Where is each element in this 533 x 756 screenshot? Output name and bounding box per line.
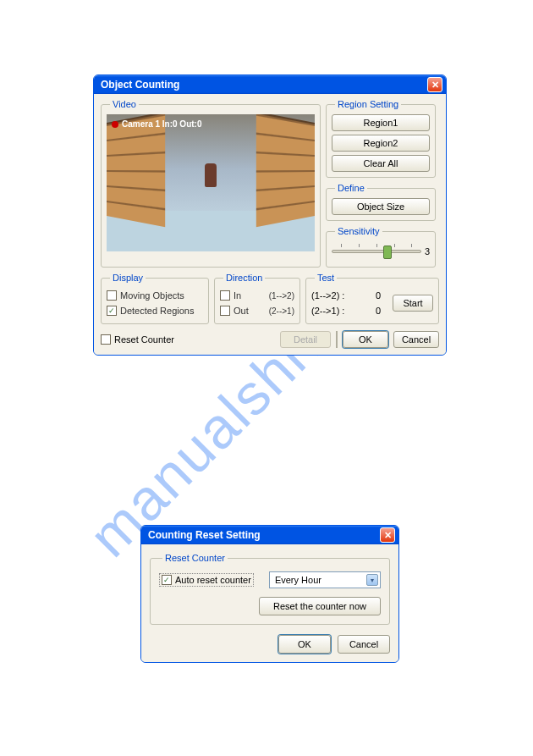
close-icon: ✕ bbox=[431, 80, 439, 91]
reset-counter-legend: Reset Counter bbox=[162, 553, 228, 563]
direction-legend: Direction bbox=[223, 273, 265, 283]
detected-regions-row: ✓ Detected Regions bbox=[107, 303, 203, 318]
detail-button: Detail bbox=[280, 331, 331, 348]
test-group: Test (1-->2) : 0 (2-->1) : 0 Start bbox=[305, 273, 439, 324]
in-checkbox[interactable] bbox=[220, 290, 230, 301]
moving-objects-label: Moving Objects bbox=[120, 290, 184, 301]
dialog-title: Object Counting bbox=[101, 79, 427, 91]
region1-button[interactable]: Region1 bbox=[332, 114, 430, 131]
test-legend: Test bbox=[315, 273, 337, 283]
sensitivity-value: 3 bbox=[425, 246, 430, 257]
reset-inner-row: ✓ Auto reset counter Every Hour ▾ bbox=[159, 571, 381, 588]
cancel-button[interactable]: Cancel bbox=[393, 331, 439, 348]
bottom-row: Display Moving Objects ✓ Detected Region… bbox=[101, 273, 439, 324]
test-row-1: (1-->2) : 0 bbox=[311, 288, 387, 303]
test-2to1-label: (2-->1) : bbox=[311, 306, 365, 316]
detected-regions-checkbox[interactable]: ✓ bbox=[107, 306, 117, 316]
test-2to1-value: 0 bbox=[369, 306, 387, 316]
ok-button[interactable]: OK bbox=[278, 635, 331, 654]
close-icon: ✕ bbox=[384, 530, 392, 541]
dialog2-footer: OK Cancel bbox=[150, 635, 390, 654]
test-row-2: (2-->1) : 0 bbox=[311, 303, 387, 318]
display-legend: Display bbox=[110, 273, 146, 283]
footer-row: Reset Counter Detail OK Cancel bbox=[101, 331, 439, 348]
detected-regions-label: Detected Regions bbox=[120, 306, 194, 316]
sensitivity-group: Sensitivity 3 bbox=[326, 226, 436, 268]
test-1to2-label: (1-->2) : bbox=[311, 290, 365, 301]
video-shelf-left bbox=[107, 114, 165, 227]
video-legend: Video bbox=[110, 99, 139, 109]
direction-group: Direction In (1-->2) Out (2-->1) bbox=[214, 273, 300, 324]
interval-select[interactable]: Every Hour ▾ bbox=[269, 571, 381, 588]
object-counting-dialog: Object Counting ✕ Video Camera 1 In:0 Ou… bbox=[93, 74, 447, 356]
counting-reset-dialog: Counting Reset Setting ✕ Reset Counter ✓… bbox=[140, 525, 399, 663]
define-legend: Define bbox=[335, 183, 367, 193]
object-size-button[interactable]: Object Size bbox=[332, 198, 430, 215]
titlebar[interactable]: Counting Reset Setting ✕ bbox=[141, 526, 398, 544]
moving-objects-checkbox[interactable] bbox=[107, 290, 117, 301]
ok-button[interactable]: OK bbox=[343, 331, 388, 348]
auto-reset-checkbox[interactable]: ✓ bbox=[162, 575, 172, 585]
chevron-down-icon: ▾ bbox=[366, 574, 378, 586]
record-icon bbox=[112, 121, 118, 128]
camera-label: Camera 1 In:0 Out:0 bbox=[122, 119, 201, 129]
clear-all-button[interactable]: Clear All bbox=[332, 155, 430, 172]
close-button[interactable]: ✕ bbox=[380, 527, 395, 543]
video-group: Video Camera 1 In:0 Out:0 bbox=[101, 99, 321, 268]
sensitivity-slider[interactable] bbox=[332, 250, 421, 253]
test-1to2-value: 0 bbox=[369, 290, 387, 301]
reset-counter-checkbox[interactable] bbox=[101, 334, 111, 345]
out-checkbox[interactable] bbox=[220, 306, 230, 316]
in-arrow: (1-->2) bbox=[269, 291, 294, 301]
direction-in-row: In (1-->2) bbox=[220, 288, 294, 303]
titlebar[interactable]: Object Counting ✕ bbox=[94, 75, 446, 94]
reset-counter-label: Reset Counter bbox=[114, 334, 174, 345]
region-legend: Region Setting bbox=[335, 99, 401, 109]
moving-objects-row: Moving Objects bbox=[107, 288, 203, 303]
dialog-body: Reset Counter ✓ Auto reset counter Every… bbox=[141, 544, 398, 662]
video-preview[interactable]: Camera 1 In:0 Out:0 bbox=[107, 114, 315, 251]
close-button[interactable]: ✕ bbox=[427, 77, 442, 92]
slider-thumb[interactable] bbox=[383, 246, 392, 259]
reset-counter-wrap: Reset Counter bbox=[101, 334, 275, 345]
start-button[interactable]: Start bbox=[393, 295, 433, 312]
region2-button[interactable]: Region2 bbox=[332, 135, 430, 152]
video-overlay: Camera 1 In:0 Out:0 bbox=[112, 119, 201, 129]
display-group: Display Moving Objects ✓ Detected Region… bbox=[101, 273, 209, 324]
right-column: Region Setting Region1 Region2 Clear All… bbox=[326, 99, 436, 268]
out-arrow: (2-->1) bbox=[269, 306, 294, 316]
direction-out-row: Out (2-->1) bbox=[220, 303, 294, 318]
separator bbox=[336, 331, 338, 348]
dialog-body: Video Camera 1 In:0 Out:0 Region Setting… bbox=[94, 94, 446, 355]
sensitivity-slider-wrap: 3 bbox=[332, 241, 430, 262]
auto-reset-wrap: ✓ Auto reset counter bbox=[159, 573, 254, 587]
reset-counter-group: Reset Counter ✓ Auto reset counter Every… bbox=[150, 553, 390, 625]
define-group: Define Object Size bbox=[326, 183, 436, 221]
out-label: Out bbox=[234, 306, 266, 316]
region-setting-group: Region Setting Region1 Region2 Clear All bbox=[326, 99, 436, 178]
interval-value: Every Hour bbox=[275, 575, 321, 585]
dialog-title: Counting Reset Setting bbox=[148, 529, 380, 541]
in-label: In bbox=[234, 290, 266, 301]
cancel-button[interactable]: Cancel bbox=[338, 635, 390, 654]
auto-reset-label: Auto reset counter bbox=[175, 575, 251, 585]
reset-now-button[interactable]: Reset the counter now bbox=[259, 597, 381, 615]
video-shelf-right bbox=[256, 114, 315, 227]
video-person bbox=[205, 163, 217, 187]
sensitivity-legend: Sensitivity bbox=[335, 226, 382, 236]
